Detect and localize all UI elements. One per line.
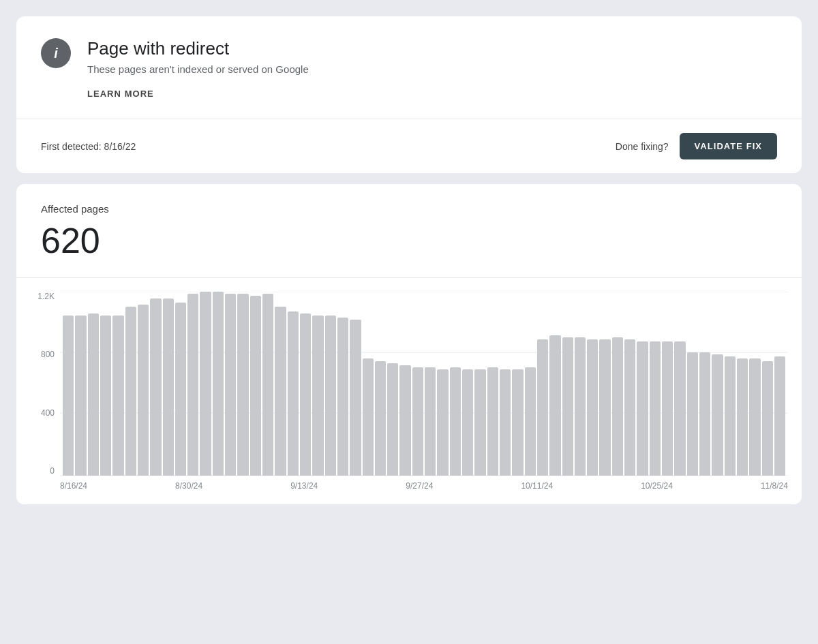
- bar: [225, 294, 236, 476]
- bar: [412, 367, 423, 476]
- bar: [549, 335, 560, 476]
- bar: [512, 369, 523, 476]
- affected-label: Affected pages: [41, 203, 777, 215]
- bar: [237, 294, 248, 476]
- learn-more-link[interactable]: LEARN MORE: [87, 89, 154, 99]
- done-fixing-label: Done fixing?: [616, 141, 669, 152]
- bar: [737, 358, 748, 476]
- bar: [500, 369, 511, 476]
- chart-area: [60, 292, 788, 476]
- bar: [762, 361, 773, 476]
- bar: [599, 339, 610, 476]
- bar: [163, 298, 174, 476]
- bars-wrapper: [60, 292, 788, 476]
- page-title: Page with redirect: [87, 38, 309, 59]
- bar: [150, 298, 161, 476]
- bar: [487, 367, 498, 476]
- info-card: i Page with redirect These pages aren't …: [16, 16, 802, 173]
- bar: [175, 303, 186, 476]
- bar: [575, 337, 586, 476]
- bar: [637, 341, 648, 476]
- bar: [587, 339, 598, 476]
- bar: [612, 337, 623, 476]
- bar: [662, 341, 673, 476]
- bar: [525, 367, 536, 476]
- y-axis: 1.2K 800 400 0: [30, 292, 60, 476]
- bar: [138, 305, 149, 476]
- x-label-2: 8/30/24: [175, 481, 202, 491]
- bar: [537, 339, 548, 476]
- bar: [75, 316, 86, 476]
- info-text: Page with redirect These pages aren't in…: [87, 38, 309, 99]
- bar: [687, 352, 698, 476]
- bar: [399, 365, 410, 476]
- bar: [749, 358, 760, 476]
- y-label-400: 400: [41, 408, 55, 418]
- bar: [288, 311, 299, 476]
- y-label-0: 0: [50, 466, 55, 476]
- bar: [363, 358, 374, 476]
- x-label-3: 9/13/24: [290, 481, 318, 491]
- bar: [100, 316, 111, 476]
- affected-count: 620: [41, 220, 777, 261]
- x-label-7: 11/8/24: [761, 481, 788, 491]
- bar: [125, 307, 136, 476]
- x-axis: 8/16/24 8/30/24 9/13/24 9/27/24 10/11/24…: [60, 476, 788, 496]
- y-label-800: 800: [41, 350, 55, 359]
- y-label-1200: 1.2K: [37, 292, 55, 301]
- bar: [213, 292, 224, 476]
- done-fixing-group: Done fixing? VALIDATE FIX: [616, 133, 777, 159]
- bar: [350, 320, 361, 476]
- bar: [337, 318, 348, 476]
- bar: [63, 316, 74, 476]
- bar: [462, 369, 473, 476]
- chart-container: 1.2K 800 400 0 8/16/24 8/: [30, 292, 788, 496]
- bar: [437, 369, 448, 476]
- bar: [562, 337, 573, 476]
- bar: [425, 367, 436, 476]
- bar: [88, 313, 99, 476]
- bar: [774, 356, 785, 476]
- bar: [200, 292, 211, 476]
- bar: [387, 363, 398, 476]
- bar: [300, 313, 311, 476]
- info-section: i Page with redirect These pages aren't …: [16, 16, 802, 119]
- chart-section: 1.2K 800 400 0 8/16/24 8/: [16, 277, 802, 504]
- bar: [250, 296, 261, 476]
- bar: [187, 294, 198, 476]
- x-label-5: 10/11/24: [521, 481, 553, 491]
- bar: [312, 316, 323, 476]
- bar: [112, 316, 123, 476]
- validate-fix-button[interactable]: VALIDATE FIX: [680, 133, 777, 159]
- x-label-6: 10/25/24: [641, 481, 673, 491]
- bar: [674, 341, 685, 476]
- bar: [474, 369, 485, 476]
- info-icon: i: [41, 38, 71, 68]
- bar: [624, 339, 635, 476]
- bar: [375, 361, 386, 476]
- bar: [712, 354, 723, 476]
- bar: [699, 352, 710, 476]
- bar: [325, 316, 336, 476]
- bar: [725, 356, 736, 476]
- bar: [650, 341, 661, 476]
- affected-card: Affected pages 620 1.2K 800 400 0: [16, 184, 802, 504]
- page-subtitle: These pages aren't indexed or served on …: [87, 63, 309, 75]
- x-label-4: 9/27/24: [406, 481, 433, 491]
- bar: [275, 307, 286, 476]
- first-detected-text: First detected: 8/16/22: [41, 141, 136, 152]
- affected-section: Affected pages 620: [16, 184, 802, 277]
- bar: [450, 367, 461, 476]
- detection-row: First detected: 8/16/22 Done fixing? VAL…: [16, 119, 802, 173]
- bar: [262, 294, 273, 476]
- x-label-1: 8/16/24: [60, 481, 87, 491]
